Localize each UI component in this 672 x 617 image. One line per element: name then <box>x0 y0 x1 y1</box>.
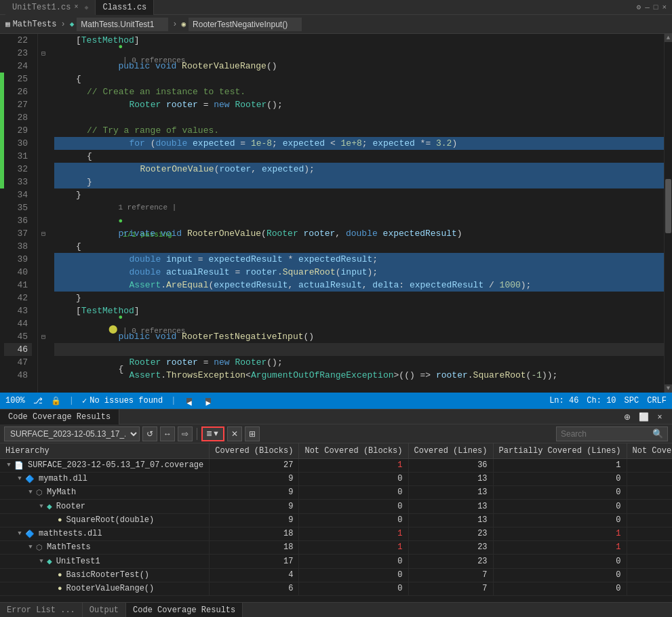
expand-icon[interactable]: ▼ <box>38 503 45 510</box>
table-row[interactable]: ● BasicRooterTest() 4 0 7 0 0 <box>0 568 672 582</box>
cell-not-covered-blocks: 1 <box>299 540 408 554</box>
panel-tab-bar: Code Coverage Results ⊕ ⬜ × <box>0 410 672 424</box>
breadcrumb-sep1: › <box>60 20 65 29</box>
nav-coverage-btn[interactable]: ↔ <box>160 426 175 441</box>
coverage-file-dropdown[interactable]: SURFACE_2023-12-05.13_17_.coverage <box>4 426 140 441</box>
minimize-icon[interactable]: — <box>645 3 650 12</box>
col-not-covered-lines[interactable]: Not Covered (Lines) <box>627 443 672 458</box>
table-row[interactable]: ▼ ⬡ MyMath 9 0 13 0 0 <box>0 485 672 499</box>
fold-23[interactable]: ⊟ <box>38 47 49 60</box>
table-row[interactable]: ▼ 🔷 mymath.dll 9 0 13 0 0 <box>0 472 672 485</box>
search-icon[interactable]: 🔍 <box>652 429 663 439</box>
bottom-tab-errorlist[interactable]: Error List ... <box>0 603 83 618</box>
scroll-thumb[interactable] <box>665 179 671 233</box>
vertical-scrollbar[interactable]: ▲ ▼ <box>664 34 672 393</box>
cell-covered-lines: 7 <box>408 568 493 582</box>
code-content[interactable]: [TestMethod] ● | 0 references public voi… <box>49 34 664 393</box>
node-name: Rooter <box>56 502 85 511</box>
tab-unittest[interactable]: UnitTest1.cs × ◆ <box>5 0 96 15</box>
status-zoom[interactable]: 100% <box>5 396 25 405</box>
status-issues[interactable]: ✓ No issues found <box>82 396 163 406</box>
status-lock[interactable]: 🔒 <box>51 396 61 406</box>
search-box[interactable]: 🔍 <box>556 426 668 441</box>
cell-not-covered-blocks: 0 <box>299 582 408 595</box>
cell-hierarchy: ▼ ⬡ MathTests <box>0 540 210 554</box>
cell-hierarchy: ▼ ◆ UnitTest1 <box>0 554 210 568</box>
expand-icon[interactable]: ▼ <box>5 462 12 469</box>
table-row[interactable]: ▼ ◆ Rooter 9 0 13 0 0 <box>0 499 672 513</box>
line-number: Ln: 46 <box>549 396 578 405</box>
table-row[interactable]: ● SquareRoot(double) 9 0 13 0 0 <box>0 513 672 527</box>
col-covered-lines[interactable]: Covered (Lines) <box>408 443 493 458</box>
node-name: mathtests.dll <box>39 529 102 538</box>
col-hierarchy[interactable]: Hierarchy <box>0 443 210 458</box>
scroll-up[interactable]: ▲ <box>665 34 672 42</box>
status-git[interactable]: ⎇ <box>33 396 43 406</box>
breadcrumb-project-label[interactable]: MathTests <box>13 20 57 29</box>
cell-partially-covered: 1 <box>493 527 627 540</box>
code-line-32: RooterOneValue(rooter, expected); <box>54 163 664 176</box>
method-class-dropdown[interactable]: MathTests.UnitTest1 <box>77 18 168 31</box>
code-line-41: Assert.AreEqual(expectedResult, actualRe… <box>54 279 664 292</box>
maximize-icon[interactable]: □ <box>654 3 658 12</box>
cell-not-covered-blocks: 0 <box>299 499 408 513</box>
status-bar: 100% ⎇ 🔒 | ✓ No issues found | ◀ ▶ Ln: 4… <box>0 393 672 409</box>
col-covered-blocks[interactable]: Covered (Blocks) <box>210 443 299 458</box>
col-not-covered-blocks[interactable]: Not Covered (Blocks) <box>299 443 408 458</box>
tab-class1[interactable]: Class1.cs <box>96 0 154 15</box>
bottom-tab-output[interactable]: Output <box>83 603 126 618</box>
expand-icon[interactable]: ▼ <box>38 558 45 565</box>
bottom-tab-coverage[interactable]: Code Coverage Results <box>126 603 243 618</box>
table-row[interactable]: ▼ ◆ UnitTest1 17 0 23 0 0 <box>0 554 672 568</box>
fold-37[interactable]: ⊟ <box>38 227 49 240</box>
cell-hierarchy: ● BasicRooterTest() <box>0 568 210 582</box>
nav-right[interactable]: ▶ <box>205 398 211 403</box>
panel-float-btn[interactable]: ⬜ <box>637 410 650 424</box>
cell-covered-lines: 23 <box>408 527 493 540</box>
settings-icon[interactable]: ⚙ <box>637 3 641 12</box>
cell-not-covered-lines: 0 <box>627 582 672 595</box>
code-line-46[interactable]: ⬤ { <box>54 343 664 356</box>
expand-icon[interactable]: ▼ <box>16 475 23 482</box>
cell-partially-covered: 0 <box>493 513 627 527</box>
scroll-down[interactable]: ▼ <box>665 384 672 393</box>
nav-left[interactable]: ◀ <box>186 398 192 403</box>
method-name-dropdown[interactable]: RooterTestNegativeInput() <box>189 18 302 31</box>
coverage-table[interactable]: Hierarchy Covered (Blocks) Not Covered (… <box>0 443 672 602</box>
fold-gutter: ⊟ ⊟ ⊟ <box>38 34 49 393</box>
node-name: SquareRoot(double) <box>66 515 155 525</box>
expand-icon[interactable]: ▼ <box>27 489 34 496</box>
panel-pin-btn[interactable]: ⊕ <box>620 410 634 424</box>
fold-45[interactable]: ⊟ <box>38 330 49 343</box>
col-number: Ch: 10 <box>587 396 616 405</box>
line-numbers: 22 23 24 25 26 27 28 29 30 31 32 33 34 3… <box>4 34 38 393</box>
tab-class1-label: Class1.cs <box>102 3 146 12</box>
delete-coverage-btn[interactable]: ✕ <box>227 426 242 441</box>
node-name: MathTests <box>47 542 91 552</box>
cell-covered-blocks: 9 <box>210 513 299 527</box>
eol-type: CRLF <box>647 396 667 405</box>
panel-close-btn[interactable]: × <box>653 410 667 424</box>
panel-tab-coverage[interactable]: Code Coverage Results <box>0 410 119 424</box>
cell-partially-covered: 1 <box>493 540 627 554</box>
tab-unittest-close[interactable]: × <box>74 3 78 11</box>
panel-tab-actions: ⊕ ⬜ × <box>620 410 672 424</box>
refresh-coverage-btn[interactable]: ↺ <box>142 426 157 441</box>
cell-not-covered-blocks: 0 <box>299 472 408 485</box>
col-partially-covered[interactable]: Partially Covered (Lines) <box>493 443 627 458</box>
table-row[interactable]: ▼ ⬡ MathTests 18 1 23 1 0 <box>0 540 672 554</box>
link-btn[interactable]: ⇨ <box>178 426 193 441</box>
merge-btn[interactable]: ⊞ <box>245 426 260 441</box>
search-input[interactable] <box>561 429 652 439</box>
close-icon[interactable]: × <box>662 3 667 12</box>
method-icon: ◉ <box>181 20 186 28</box>
expand-icon[interactable]: ▼ <box>27 544 34 551</box>
cell-covered-blocks: 18 <box>210 540 299 554</box>
expand-icon[interactable]: ▼ <box>16 530 23 537</box>
code-coloring-btn[interactable]: ≣▼ <box>201 426 224 441</box>
panel-tab-coverage-label: Code Coverage Results <box>8 412 111 422</box>
node-name: BasicRooterTest() <box>66 570 149 580</box>
table-row[interactable]: ▼ 🔷 mathtests.dll 18 1 23 1 0 <box>0 527 672 540</box>
table-row[interactable]: ● RooterValueRange() 6 0 7 0 0 <box>0 582 672 595</box>
table-row[interactable]: ▼ 📄 SURFACE_2023-12-05.13_17_07.coverage… <box>0 458 672 472</box>
